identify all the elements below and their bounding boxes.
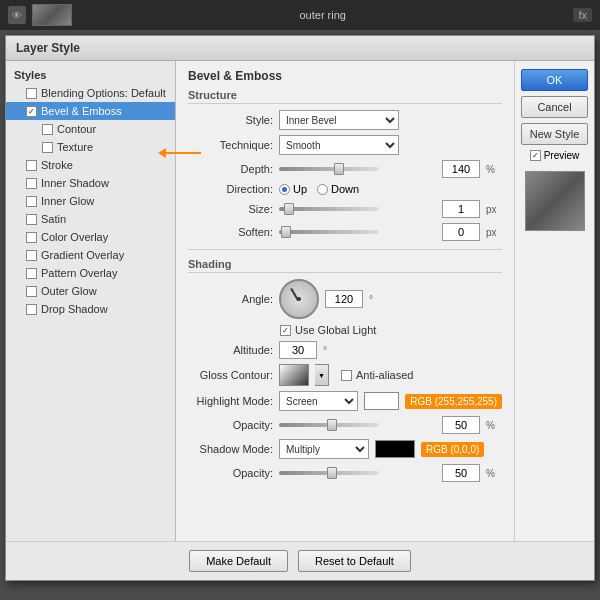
direction-label: Direction: <box>188 183 273 195</box>
size-slider-container <box>279 207 436 211</box>
gloss-contour-label: Gloss Contour: <box>188 369 273 381</box>
gloss-contour-preview[interactable] <box>279 364 309 386</box>
preview-label: Preview <box>544 150 580 161</box>
layer-style-dialog: Layer Style Styles Blending Options: Def… <box>5 35 595 581</box>
dialog-title: Layer Style <box>6 36 594 61</box>
highlight-opacity-label: Opacity: <box>188 419 273 431</box>
preview-row: Preview <box>521 150 588 161</box>
direction-down-option[interactable]: Down <box>317 183 359 195</box>
sidebar-item-inner-glow[interactable]: Inner Glow <box>6 192 175 210</box>
sidebar-item-color-overlay[interactable]: Color Overlay <box>6 228 175 246</box>
shadow-mode-row: Shadow Mode: Multiply Normal Screen RGB … <box>188 439 502 459</box>
anti-aliased-checkbox[interactable] <box>341 370 352 381</box>
texture-checkbox[interactable] <box>42 142 53 153</box>
bevel-emboss-checkbox[interactable] <box>26 106 37 117</box>
blending-options-label: Blending Options: Default <box>41 87 166 99</box>
bottom-bar: Make Default Reset to Default <box>6 541 594 580</box>
pattern-overlay-checkbox[interactable] <box>26 268 37 279</box>
soften-input[interactable] <box>442 223 480 241</box>
bevel-emboss-label: Bevel & Emboss <box>41 105 122 117</box>
satin-checkbox[interactable] <box>26 214 37 225</box>
style-select[interactable]: Inner Bevel Outer Bevel Emboss Pillow Em… <box>279 110 399 130</box>
fx-badge: fx <box>573 8 592 22</box>
angle-input[interactable] <box>325 290 363 308</box>
sidebar-item-pattern-overlay[interactable]: Pattern Overlay <box>6 264 175 282</box>
highlight-mode-select[interactable]: Screen Normal Multiply <box>279 391 358 411</box>
section-divider <box>188 249 502 250</box>
satin-label: Satin <box>41 213 66 225</box>
visibility-icon[interactable]: 👁 <box>8 6 26 24</box>
shadow-color-swatch[interactable] <box>375 440 415 458</box>
shadow-opacity-slider-container <box>279 471 436 475</box>
depth-slider-container <box>279 167 436 171</box>
stroke-checkbox[interactable] <box>26 160 37 171</box>
make-default-button[interactable]: Make Default <box>189 550 288 572</box>
outer-glow-checkbox[interactable] <box>26 286 37 297</box>
depth-row: Depth: % <box>188 160 502 178</box>
gloss-contour-dropdown[interactable]: ▼ <box>315 364 329 386</box>
technique-select[interactable]: Smooth Chisel Hard Chisel Soft <box>279 135 399 155</box>
sidebar-item-bevel-emboss[interactable]: Bevel & Emboss <box>6 102 175 120</box>
altitude-input[interactable] <box>279 341 317 359</box>
depth-unit: % <box>486 164 502 175</box>
angle-dial[interactable] <box>279 279 319 319</box>
soften-unit: px <box>486 227 502 238</box>
shadow-mode-select[interactable]: Multiply Normal Screen <box>279 439 369 459</box>
shading-title: Shading <box>188 258 502 273</box>
shadow-opacity-row: Opacity: % <box>188 464 502 482</box>
direction-up-option[interactable]: Up <box>279 183 307 195</box>
technique-row: Technique: Smooth Chisel Hard Chisel Sof… <box>188 135 502 155</box>
ok-button[interactable]: OK <box>521 69 588 91</box>
shadow-opacity-label: Opacity: <box>188 467 273 479</box>
highlight-color-swatch[interactable] <box>364 392 399 410</box>
direction-up-radio[interactable] <box>279 184 290 195</box>
inner-shadow-checkbox[interactable] <box>26 178 37 189</box>
dialog-body: Styles Blending Options: Default Bevel &… <box>6 61 594 541</box>
altitude-label: Altitude: <box>188 344 273 356</box>
sidebar-item-stroke[interactable]: Stroke <box>6 156 175 174</box>
sidebar-item-texture[interactable]: Texture <box>6 138 175 156</box>
preview-checkbox[interactable] <box>530 150 541 161</box>
sidebar-item-drop-shadow[interactable]: Drop Shadow <box>6 300 175 318</box>
reset-default-button[interactable]: Reset to Default <box>298 550 411 572</box>
sidebar-item-satin[interactable]: Satin <box>6 210 175 228</box>
soften-slider[interactable] <box>279 230 379 234</box>
shadow-opacity-slider[interactable] <box>279 471 379 475</box>
new-style-button[interactable]: New Style <box>521 123 588 145</box>
depth-input[interactable] <box>442 160 480 178</box>
layer-thumbnail <box>32 4 72 26</box>
stroke-label: Stroke <box>41 159 73 171</box>
gradient-overlay-checkbox[interactable] <box>26 250 37 261</box>
size-slider[interactable] <box>279 207 379 211</box>
highlight-opacity-slider-container <box>279 423 436 427</box>
size-input[interactable] <box>442 200 480 218</box>
sidebar-item-outer-glow[interactable]: Outer Glow <box>6 282 175 300</box>
highlight-mode-row: Highlight Mode: Screen Normal Multiply R… <box>188 391 502 411</box>
sidebar-item-contour[interactable]: Contour <box>6 120 175 138</box>
highlight-opacity-slider[interactable] <box>279 423 379 427</box>
shadow-opacity-input[interactable] <box>442 464 480 482</box>
depth-slider[interactable] <box>279 167 379 171</box>
sidebar-item-blending-options[interactable]: Blending Options: Default <box>6 84 175 102</box>
gloss-contour-row: Gloss Contour: ▼ Anti-aliased <box>188 364 502 386</box>
drop-shadow-checkbox[interactable] <box>26 304 37 315</box>
direction-down-radio[interactable] <box>317 184 328 195</box>
altitude-row: Altitude: ° <box>188 341 502 359</box>
blending-options-checkbox[interactable] <box>26 88 37 99</box>
color-overlay-checkbox[interactable] <box>26 232 37 243</box>
cancel-button[interactable]: Cancel <box>521 96 588 118</box>
top-bar: 👁 outer ring fx <box>0 0 600 30</box>
highlight-opacity-row: Opacity: % <box>188 416 502 434</box>
highlight-opacity-input[interactable] <box>442 416 480 434</box>
sidebar-item-inner-shadow[interactable]: Inner Shadow <box>6 174 175 192</box>
contour-label: Contour <box>57 123 96 135</box>
size-label: Size: <box>188 203 273 215</box>
shadow-opacity-unit: % <box>486 468 502 479</box>
contour-checkbox[interactable] <box>42 124 53 135</box>
inner-glow-checkbox[interactable] <box>26 196 37 207</box>
sidebar-item-gradient-overlay[interactable]: Gradient Overlay <box>6 246 175 264</box>
anti-aliased-row: Anti-aliased <box>341 369 413 381</box>
global-light-checkbox[interactable] <box>280 325 291 336</box>
inner-glow-label: Inner Glow <box>41 195 94 207</box>
drop-shadow-label: Drop Shadow <box>41 303 108 315</box>
